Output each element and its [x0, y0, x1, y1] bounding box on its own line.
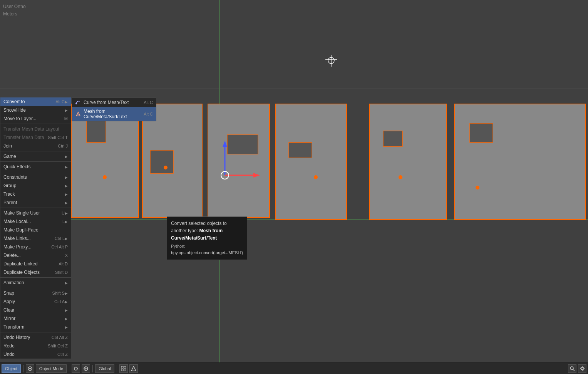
viewport-mode: User Ortho [3, 3, 26, 10]
tooltip-python-code: bpy.ops.object.convert(target='MESH') [171, 250, 243, 255]
svg-point-22 [399, 175, 402, 179]
menu-item-undo-history[interactable]: Undo History Ctrl Alt Z [0, 333, 71, 342]
svg-rect-5 [87, 119, 106, 143]
grid-icon[interactable] [119, 364, 128, 373]
bottom-mode-btn[interactable]: Object Mode [36, 364, 67, 373]
svg-marker-30 [76, 112, 80, 116]
sep-4 [117, 365, 117, 372]
menu-item-mirror[interactable]: Mirror ▶ [0, 314, 71, 323]
bottom-object-btn[interactable]: Object [2, 364, 21, 373]
menu-item-make-links[interactable]: Make Links... Ctrl L ▶ [0, 234, 71, 243]
svg-rect-21 [383, 131, 402, 146]
menu-item-duplicate-objects[interactable]: Duplicate Objects Shift D [0, 268, 71, 277]
submenu-item-mesh[interactable]: Mesh from Curve/Meta/Surf/Text Alt C [72, 107, 156, 121]
snap-icon[interactable] [82, 364, 90, 373]
menu-item-make-dupli-face[interactable]: Make Dupli-Face [0, 226, 71, 234]
svg-point-34 [74, 367, 77, 370]
svg-rect-18 [289, 143, 312, 158]
zoom-icon[interactable] [568, 364, 576, 373]
svg-rect-17 [275, 104, 347, 220]
svg-point-29 [75, 103, 77, 104]
svg-rect-24 [470, 123, 493, 143]
menu-item-game[interactable]: Game ▶ [0, 152, 71, 161]
menu-item-clear[interactable]: Clear ▶ [0, 306, 71, 314]
submenu-convert-to: Curve from Mesh/Text Alt C Mesh from Cur… [72, 97, 156, 121]
viewport-info: User Ortho Meters [3, 3, 26, 18]
menu-item-redo[interactable]: Redo Shift Ctrl Z [0, 342, 71, 350]
svg-point-45 [581, 367, 583, 370]
menu-item-track[interactable]: Track ▶ [0, 190, 71, 198]
menu-item-delete[interactable]: Delete... X [0, 251, 71, 260]
divider-8 [0, 332, 71, 332]
sep-2 [69, 365, 69, 372]
menu-item-duplicate-linked[interactable]: Duplicate Linked Alt D [0, 260, 71, 268]
svg-point-6 [103, 175, 107, 179]
submenu-curve-label: Curve from Mesh/Text [84, 100, 144, 105]
menu-item-show-hide[interactable]: Show/Hide ▶ [0, 106, 71, 114]
menu-item-transform[interactable]: Transform ▶ [0, 323, 71, 331]
menu-item-make-proxy[interactable]: Make Proxy... Ctrl Alt P [0, 243, 71, 251]
svg-point-33 [29, 368, 31, 369]
curve-icon [75, 99, 81, 106]
divider-3 [0, 161, 71, 162]
svg-rect-40 [121, 369, 123, 371]
tooltip-python-prefix: Python: [171, 244, 185, 248]
settings-icon[interactable] [578, 364, 586, 373]
divider-6 [0, 277, 71, 278]
menu-item-join[interactable]: Join Ctrl J [0, 142, 71, 150]
menu-item-parent[interactable]: Parent ▶ [0, 198, 71, 207]
svg-rect-41 [124, 369, 126, 371]
submenu-mesh-label: Mesh from Curve/Meta/Surf/Text [84, 109, 144, 119]
svg-point-19 [314, 175, 318, 179]
menu-item-animation[interactable]: Animation ▶ [0, 278, 71, 287]
menu-item-transfer-mesh-data: Transfer Mesh Data Shift Ctrl T [0, 133, 71, 142]
mesh-icon [75, 111, 81, 117]
scene-svg [0, 0, 588, 362]
svg-rect-8 [150, 150, 173, 173]
bottom-bar: Object Object Mode Global [0, 362, 588, 374]
svg-line-44 [573, 369, 575, 371]
divider-7 [0, 288, 71, 288]
divider-1 [0, 124, 71, 124]
sep-1 [23, 365, 23, 372]
divider-4 [0, 172, 71, 172]
menu-item-apply[interactable]: Apply Ctrl A ▶ [0, 297, 71, 306]
menu-item-transfer-mesh-layout: Transfer Mesh Data Layout [0, 125, 71, 133]
menu-item-group[interactable]: Group ▶ [0, 181, 71, 190]
svg-rect-39 [124, 366, 126, 368]
wireframe-icon[interactable] [129, 364, 138, 373]
svg-point-9 [164, 166, 168, 169]
sep-3 [92, 365, 93, 372]
svg-point-25 [476, 186, 479, 190]
svg-point-43 [570, 367, 573, 370]
menu-item-make-single-user[interactable]: Make Single User U ▶ [0, 209, 71, 217]
tooltip: Convert selected objects to another type… [167, 216, 247, 260]
svg-rect-11 [227, 135, 258, 154]
context-menu: Convert to Alt C ▶ Curve from Mesh/Text … [0, 97, 71, 359]
divider-5 [0, 208, 71, 208]
menu-item-quick-effects[interactable]: Quick Effects ▶ [0, 163, 71, 171]
menu-item-constraints[interactable]: Constraints ▶ [0, 173, 71, 181]
menu-item-make-local[interactable]: Make Local... L ▶ [0, 217, 71, 226]
viewport-unit: Meters [3, 10, 26, 18]
svg-rect-20 [370, 104, 447, 220]
rotate-icon[interactable] [72, 364, 80, 373]
svg-rect-38 [121, 366, 123, 368]
svg-marker-42 [131, 366, 136, 371]
svg-rect-10 [208, 104, 270, 218]
viewport: User Ortho Meters [0, 0, 588, 362]
divider-2 [0, 151, 71, 151]
svg-rect-23 [454, 104, 585, 220]
object-mode-icon[interactable] [26, 364, 34, 373]
menu-item-snap[interactable]: Snap Shift S ▶ [0, 289, 71, 297]
bottom-global-btn[interactable]: Global [95, 364, 114, 373]
menu-item-convert-to[interactable]: Convert to Alt C ▶ Curve from Mesh/Text … [0, 97, 71, 106]
menu-item-move-to-layer[interactable]: Move to Layer... M [0, 114, 71, 123]
menu-item-undo[interactable]: Undo Ctrl Z [0, 350, 71, 359]
submenu-item-curve[interactable]: Curve from Mesh/Text Alt C [72, 98, 156, 107]
